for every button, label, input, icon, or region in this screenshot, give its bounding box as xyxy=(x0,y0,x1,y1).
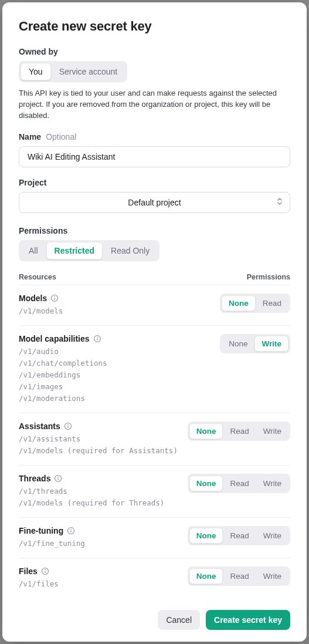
info-icon[interactable] xyxy=(93,335,101,343)
permission-level-option[interactable]: Read xyxy=(256,295,288,311)
info-icon[interactable] xyxy=(50,294,59,302)
permission-paths: /v1/audio/v1/chat/completions/v1/embeddi… xyxy=(19,346,107,404)
permission-title-text: Fine-tuning xyxy=(19,526,63,535)
svg-rect-2 xyxy=(55,298,55,300)
svg-rect-14 xyxy=(71,530,72,532)
permission-level-option[interactable]: None xyxy=(189,568,223,584)
permission-row: Model capabilities/v1/audio/v1/chat/comp… xyxy=(19,326,290,413)
permission-level-option[interactable]: None xyxy=(222,295,256,311)
svg-point-16 xyxy=(45,569,46,570)
permissions-mode-segment: AllRestrictedRead Only xyxy=(19,240,159,261)
permission-title-text: Files xyxy=(19,567,38,576)
permission-row: Threads/v1/threads/v1/models (required f… xyxy=(19,466,290,518)
permission-title-text: Model capabilities xyxy=(19,334,90,343)
svg-point-4 xyxy=(97,336,98,338)
svg-point-13 xyxy=(70,528,72,530)
project-select[interactable]: Default project xyxy=(19,192,290,213)
permission-level-segment: NoneReadWrite xyxy=(188,474,290,493)
info-icon[interactable] xyxy=(54,474,62,483)
permission-level-option[interactable]: None xyxy=(222,336,254,352)
modal-title: Create new secret key xyxy=(19,19,290,34)
permissions-mode-option[interactable]: Read Only xyxy=(103,242,158,259)
info-icon[interactable] xyxy=(67,527,75,535)
permission-title-text: Assistants xyxy=(19,422,60,431)
svg-point-1 xyxy=(54,296,55,297)
permission-title: Fine-tuning xyxy=(19,526,85,535)
svg-point-10 xyxy=(58,476,59,477)
name-input[interactable] xyxy=(19,146,290,167)
cancel-button[interactable]: Cancel xyxy=(158,610,200,630)
permission-level-option[interactable]: Write xyxy=(256,423,288,439)
permission-paths: /v1/models xyxy=(19,305,63,317)
owned-by-segment: YouService account xyxy=(19,61,127,82)
permission-level-option[interactable]: Write xyxy=(256,528,288,544)
permissions-heading: Permissions xyxy=(247,273,290,281)
permission-paths: /v1/threads/v1/models (required for Thre… xyxy=(19,485,164,509)
project-select-wrap: Default project xyxy=(19,192,290,213)
create-button[interactable]: Create secret key xyxy=(206,610,290,630)
permissions-label: Permissions xyxy=(19,226,290,235)
permission-level-option[interactable]: Read xyxy=(223,568,256,584)
create-key-modal: Create new secret key Owned by YouServic… xyxy=(2,2,307,642)
svg-rect-11 xyxy=(58,478,59,480)
permissions-rows: Models/v1/modelsNoneReadModel capabiliti… xyxy=(19,285,290,598)
permission-level-option[interactable]: Write xyxy=(254,336,288,352)
svg-rect-5 xyxy=(97,338,97,340)
permission-level-option[interactable]: Read xyxy=(223,528,256,544)
permission-title: Model capabilities xyxy=(19,334,107,343)
permission-paths: /v1/fine_tuning xyxy=(19,538,85,549)
permission-row: Files/v1/filesNoneReadWrite xyxy=(19,558,290,598)
permissions-mode-option[interactable]: Restricted xyxy=(46,242,103,259)
permission-level-option[interactable]: None xyxy=(189,476,223,491)
svg-rect-8 xyxy=(67,426,68,428)
permission-level-option[interactable]: Read xyxy=(223,476,256,491)
modal-body: Create new secret key Owned by YouServic… xyxy=(2,2,307,602)
permission-level-segment: NoneReadWrite xyxy=(188,422,290,441)
name-label-text: Name xyxy=(19,132,41,141)
permission-level-option[interactable]: Write xyxy=(256,568,288,584)
permission-row: Assistants/v1/assistants/v1/models (requ… xyxy=(19,413,290,466)
permission-row: Models/v1/modelsNoneRead xyxy=(19,285,290,326)
svg-rect-17 xyxy=(45,571,45,573)
owned-by-option[interactable]: You xyxy=(21,63,51,80)
info-icon[interactable] xyxy=(41,567,49,575)
name-optional: Optional xyxy=(46,132,76,141)
info-icon[interactable] xyxy=(64,422,72,430)
permission-title: Files xyxy=(19,567,59,576)
permission-level-option[interactable]: Write xyxy=(256,476,288,491)
owned-by-label: Owned by xyxy=(19,47,290,56)
permission-level-segment: NoneWrite xyxy=(220,334,290,353)
permission-title: Models xyxy=(19,294,63,303)
permissions-table-header: Resources Permissions xyxy=(19,267,290,285)
permission-title-text: Models xyxy=(19,294,47,303)
permission-level-option[interactable]: None xyxy=(189,423,223,439)
modal-footer: Cancel Create secret key xyxy=(2,602,307,642)
project-label: Project xyxy=(19,178,290,187)
permission-row: Fine-tuning/v1/fine_tuningNoneReadWrite xyxy=(19,518,290,558)
owned-by-help: This API key is tied to your user and ca… xyxy=(19,88,290,122)
permission-level-option[interactable]: None xyxy=(189,528,223,544)
permission-title-text: Threads xyxy=(19,474,50,483)
permission-level-option[interactable]: Read xyxy=(223,423,256,439)
permission-level-segment: NoneRead xyxy=(220,294,290,313)
permission-level-segment: NoneReadWrite xyxy=(188,526,290,545)
name-label: Name Optional xyxy=(19,132,290,141)
permission-level-segment: NoneReadWrite xyxy=(188,567,290,586)
permissions-mode-option[interactable]: All xyxy=(21,242,46,259)
permission-title: Assistants xyxy=(19,422,178,431)
permission-paths: /v1/assistants/v1/models (required for A… xyxy=(19,433,178,457)
permission-paths: /v1/files xyxy=(19,578,59,590)
svg-point-7 xyxy=(67,424,69,425)
permission-title: Threads xyxy=(19,474,164,483)
resources-heading: Resources xyxy=(19,273,56,281)
owned-by-option[interactable]: Service account xyxy=(51,63,126,80)
